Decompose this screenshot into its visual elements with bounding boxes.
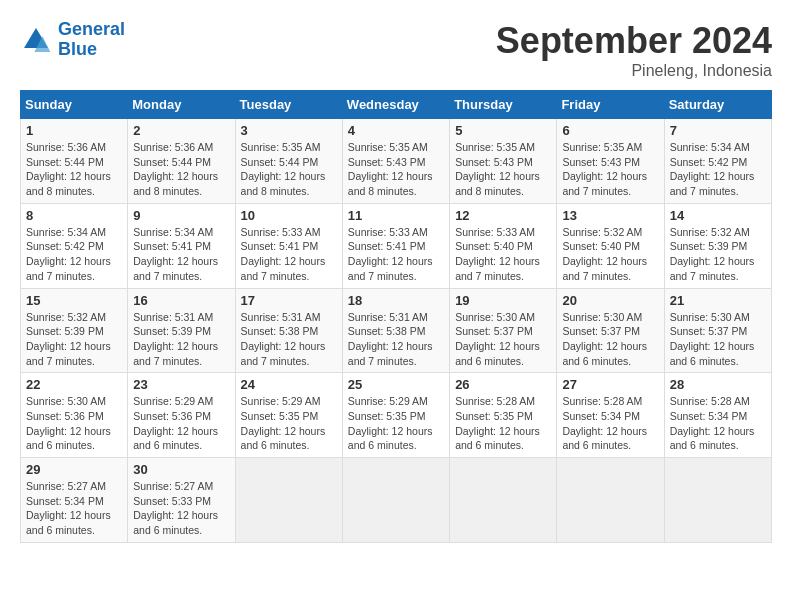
calendar-row: 22Sunrise: 5:30 AMSunset: 5:36 PMDayligh…	[21, 373, 772, 458]
day-info: Sunrise: 5:32 AMSunset: 5:39 PMDaylight:…	[26, 310, 122, 369]
calendar-cell: 1Sunrise: 5:36 AMSunset: 5:44 PMDaylight…	[21, 119, 128, 204]
calendar-cell	[557, 458, 664, 543]
calendar-cell: 10Sunrise: 5:33 AMSunset: 5:41 PMDayligh…	[235, 203, 342, 288]
calendar-cell: 20Sunrise: 5:30 AMSunset: 5:37 PMDayligh…	[557, 288, 664, 373]
calendar-cell: 12Sunrise: 5:33 AMSunset: 5:40 PMDayligh…	[450, 203, 557, 288]
location-subtitle: Pineleng, Indonesia	[496, 62, 772, 80]
day-number: 25	[348, 377, 444, 392]
col-friday: Friday	[557, 91, 664, 119]
day-number: 8	[26, 208, 122, 223]
day-number: 24	[241, 377, 337, 392]
calendar-cell: 26Sunrise: 5:28 AMSunset: 5:35 PMDayligh…	[450, 373, 557, 458]
day-info: Sunrise: 5:34 AMSunset: 5:42 PMDaylight:…	[670, 140, 766, 199]
day-info: Sunrise: 5:28 AMSunset: 5:34 PMDaylight:…	[670, 394, 766, 453]
page-header: General Blue September 2024 Pineleng, In…	[20, 20, 772, 80]
header-row: Sunday Monday Tuesday Wednesday Thursday…	[21, 91, 772, 119]
day-info: Sunrise: 5:30 AMSunset: 5:37 PMDaylight:…	[670, 310, 766, 369]
day-number: 11	[348, 208, 444, 223]
day-info: Sunrise: 5:35 AMSunset: 5:43 PMDaylight:…	[455, 140, 551, 199]
day-number: 1	[26, 123, 122, 138]
day-number: 2	[133, 123, 229, 138]
calendar-cell: 28Sunrise: 5:28 AMSunset: 5:34 PMDayligh…	[664, 373, 771, 458]
day-info: Sunrise: 5:30 AMSunset: 5:36 PMDaylight:…	[26, 394, 122, 453]
calendar-cell: 30Sunrise: 5:27 AMSunset: 5:33 PMDayligh…	[128, 458, 235, 543]
day-info: Sunrise: 5:35 AMSunset: 5:43 PMDaylight:…	[348, 140, 444, 199]
calendar-cell: 19Sunrise: 5:30 AMSunset: 5:37 PMDayligh…	[450, 288, 557, 373]
day-number: 22	[26, 377, 122, 392]
calendar-cell: 16Sunrise: 5:31 AMSunset: 5:39 PMDayligh…	[128, 288, 235, 373]
day-info: Sunrise: 5:35 AMSunset: 5:44 PMDaylight:…	[241, 140, 337, 199]
calendar-cell: 21Sunrise: 5:30 AMSunset: 5:37 PMDayligh…	[664, 288, 771, 373]
calendar-cell	[342, 458, 449, 543]
day-info: Sunrise: 5:31 AMSunset: 5:38 PMDaylight:…	[348, 310, 444, 369]
day-info: Sunrise: 5:29 AMSunset: 5:35 PMDaylight:…	[241, 394, 337, 453]
day-number: 29	[26, 462, 122, 477]
day-number: 28	[670, 377, 766, 392]
day-number: 9	[133, 208, 229, 223]
day-info: Sunrise: 5:27 AMSunset: 5:33 PMDaylight:…	[133, 479, 229, 538]
logo-line1: General	[58, 19, 125, 39]
day-info: Sunrise: 5:28 AMSunset: 5:34 PMDaylight:…	[562, 394, 658, 453]
month-title: September 2024	[496, 20, 772, 62]
day-info: Sunrise: 5:27 AMSunset: 5:34 PMDaylight:…	[26, 479, 122, 538]
day-number: 16	[133, 293, 229, 308]
calendar-row: 8Sunrise: 5:34 AMSunset: 5:42 PMDaylight…	[21, 203, 772, 288]
calendar-cell: 6Sunrise: 5:35 AMSunset: 5:43 PMDaylight…	[557, 119, 664, 204]
day-info: Sunrise: 5:34 AMSunset: 5:42 PMDaylight:…	[26, 225, 122, 284]
calendar-row: 1Sunrise: 5:36 AMSunset: 5:44 PMDaylight…	[21, 119, 772, 204]
calendar-cell: 8Sunrise: 5:34 AMSunset: 5:42 PMDaylight…	[21, 203, 128, 288]
day-info: Sunrise: 5:32 AMSunset: 5:40 PMDaylight:…	[562, 225, 658, 284]
day-number: 3	[241, 123, 337, 138]
day-info: Sunrise: 5:34 AMSunset: 5:41 PMDaylight:…	[133, 225, 229, 284]
calendar-cell: 22Sunrise: 5:30 AMSunset: 5:36 PMDayligh…	[21, 373, 128, 458]
day-info: Sunrise: 5:31 AMSunset: 5:39 PMDaylight:…	[133, 310, 229, 369]
day-info: Sunrise: 5:32 AMSunset: 5:39 PMDaylight:…	[670, 225, 766, 284]
calendar-table: Sunday Monday Tuesday Wednesday Thursday…	[20, 90, 772, 543]
calendar-cell: 4Sunrise: 5:35 AMSunset: 5:43 PMDaylight…	[342, 119, 449, 204]
calendar-cell: 9Sunrise: 5:34 AMSunset: 5:41 PMDaylight…	[128, 203, 235, 288]
calendar-cell: 13Sunrise: 5:32 AMSunset: 5:40 PMDayligh…	[557, 203, 664, 288]
day-info: Sunrise: 5:36 AMSunset: 5:44 PMDaylight:…	[26, 140, 122, 199]
day-number: 5	[455, 123, 551, 138]
col-monday: Monday	[128, 91, 235, 119]
day-number: 13	[562, 208, 658, 223]
day-number: 18	[348, 293, 444, 308]
day-info: Sunrise: 5:33 AMSunset: 5:41 PMDaylight:…	[241, 225, 337, 284]
calendar-cell: 24Sunrise: 5:29 AMSunset: 5:35 PMDayligh…	[235, 373, 342, 458]
calendar-cell	[664, 458, 771, 543]
calendar-row: 15Sunrise: 5:32 AMSunset: 5:39 PMDayligh…	[21, 288, 772, 373]
calendar-cell: 27Sunrise: 5:28 AMSunset: 5:34 PMDayligh…	[557, 373, 664, 458]
day-number: 6	[562, 123, 658, 138]
logo-icon	[20, 24, 52, 56]
calendar-cell: 17Sunrise: 5:31 AMSunset: 5:38 PMDayligh…	[235, 288, 342, 373]
day-info: Sunrise: 5:30 AMSunset: 5:37 PMDaylight:…	[562, 310, 658, 369]
calendar-cell: 15Sunrise: 5:32 AMSunset: 5:39 PMDayligh…	[21, 288, 128, 373]
calendar-row: 29Sunrise: 5:27 AMSunset: 5:34 PMDayligh…	[21, 458, 772, 543]
day-info: Sunrise: 5:35 AMSunset: 5:43 PMDaylight:…	[562, 140, 658, 199]
logo: General Blue	[20, 20, 125, 60]
day-info: Sunrise: 5:33 AMSunset: 5:41 PMDaylight:…	[348, 225, 444, 284]
title-block: September 2024 Pineleng, Indonesia	[496, 20, 772, 80]
col-wednesday: Wednesday	[342, 91, 449, 119]
day-number: 14	[670, 208, 766, 223]
col-thursday: Thursday	[450, 91, 557, 119]
col-saturday: Saturday	[664, 91, 771, 119]
day-info: Sunrise: 5:29 AMSunset: 5:36 PMDaylight:…	[133, 394, 229, 453]
day-info: Sunrise: 5:31 AMSunset: 5:38 PMDaylight:…	[241, 310, 337, 369]
calendar-cell: 11Sunrise: 5:33 AMSunset: 5:41 PMDayligh…	[342, 203, 449, 288]
calendar-cell	[450, 458, 557, 543]
calendar-cell: 25Sunrise: 5:29 AMSunset: 5:35 PMDayligh…	[342, 373, 449, 458]
day-number: 15	[26, 293, 122, 308]
calendar-cell: 3Sunrise: 5:35 AMSunset: 5:44 PMDaylight…	[235, 119, 342, 204]
day-number: 21	[670, 293, 766, 308]
day-number: 26	[455, 377, 551, 392]
logo-text: General Blue	[58, 20, 125, 60]
col-sunday: Sunday	[21, 91, 128, 119]
day-info: Sunrise: 5:30 AMSunset: 5:37 PMDaylight:…	[455, 310, 551, 369]
day-info: Sunrise: 5:28 AMSunset: 5:35 PMDaylight:…	[455, 394, 551, 453]
calendar-cell: 7Sunrise: 5:34 AMSunset: 5:42 PMDaylight…	[664, 119, 771, 204]
day-number: 30	[133, 462, 229, 477]
day-number: 20	[562, 293, 658, 308]
calendar-cell: 23Sunrise: 5:29 AMSunset: 5:36 PMDayligh…	[128, 373, 235, 458]
calendar-cell: 2Sunrise: 5:36 AMSunset: 5:44 PMDaylight…	[128, 119, 235, 204]
